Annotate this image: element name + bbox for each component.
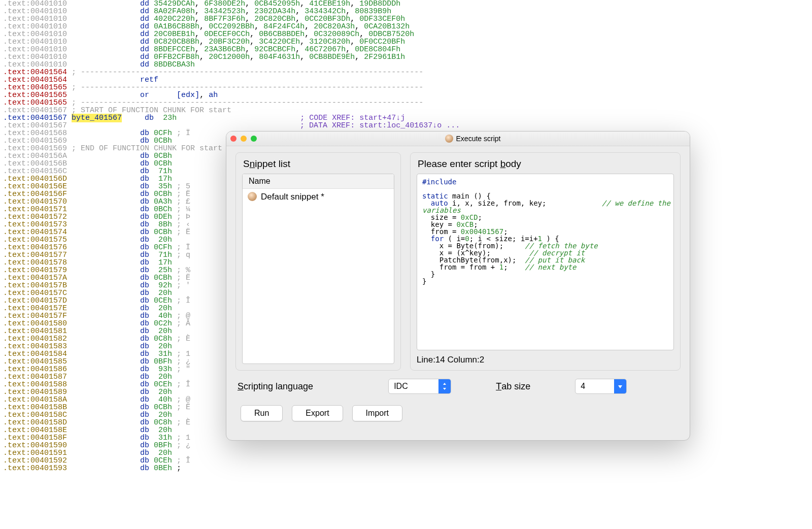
script-body-title: Please enter script body [418,159,674,169]
snippet-list[interactable]: Name Default snippet * [242,174,394,364]
execute-script-dialog: Execute script Snippet list Name Default… [226,131,690,441]
select-value: 4 [581,382,614,390]
dialog-title: Execute script [456,135,501,142]
import-button[interactable]: Import [352,405,402,421]
select-value: IDC [394,382,438,390]
ida-icon [445,135,453,143]
export-button[interactable]: Export [292,405,343,421]
options-row: Scripting language IDC Tab size 4 [226,371,690,394]
chevron-down-icon [614,379,626,393]
scripting-language-select[interactable]: IDC [388,379,451,394]
zoom-icon[interactable] [251,136,257,142]
scripting-language-label: Scripting language [238,382,313,391]
snippet-column-header[interactable]: Name [243,174,394,189]
tab-size-select[interactable]: 4 [575,379,627,394]
script-body-panel: Please enter script body #include static… [410,152,681,371]
run-button[interactable]: Run [241,405,283,421]
dialog-titlebar[interactable]: Execute script [226,131,690,146]
close-icon[interactable] [230,136,236,142]
snippet-list-panel: Snippet list Name Default snippet * [235,152,401,371]
chevron-updown-icon [438,379,451,393]
tab-size-label: Tab size [496,382,530,391]
cursor-position-status: Line:14 Column:2 [417,355,674,364]
dialog-buttons: Run Export Import [226,394,690,421]
script-icon [248,192,257,201]
snippet-item[interactable]: Default snippet * [243,189,394,204]
snippet-item-label: Default snippet * [261,192,324,201]
minimize-icon[interactable] [241,136,247,142]
script-editor[interactable]: #include static main () { auto i, x, siz… [417,174,674,350]
window-controls [230,136,257,142]
snippet-list-title: Snippet list [243,159,394,169]
